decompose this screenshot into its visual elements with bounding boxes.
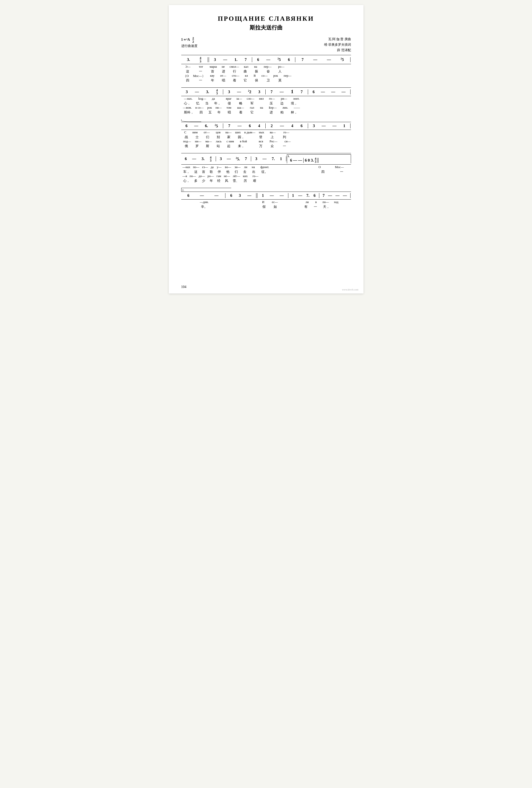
s3-measure-2: 7 — 6 4 (224, 124, 265, 128)
lyric-line-1-3: （О Мос—） кву от— сто— ял В со— рок пер— (181, 74, 351, 78)
s2-measure-2: 3 — 22 3 (224, 90, 265, 94)
tempo: 进行曲速度 (181, 44, 198, 48)
meta-row: 1＝²A 2 2 进行曲速度 瓦·阿 伽 普 庚曲 维·菲奥多罗夫填词 薛 范译… (181, 37, 351, 53)
s5-measure-5: 7 — — — (320, 193, 349, 198)
s2-lyric-3: —вом. в со— рок пя— том ша— гал на Бер— … (181, 106, 351, 111)
s5-measure-2: 6 3 — (226, 193, 255, 198)
credit-line3: 薛 范译配 (324, 47, 351, 53)
tie-arc-left (181, 119, 201, 122)
credits: 瓦·阿 伽 普 庚曲 维·菲奥多罗夫填词 薛 范译配 (324, 37, 351, 53)
s2-measure-4: 6 — — — (309, 90, 350, 94)
repeat-barline-2 (256, 193, 258, 198)
section-5: 2. 6 — — 6 3 — 1 — — (181, 188, 351, 209)
s2-measure-1: 3 — 3. 4 3 (181, 88, 222, 95)
section-5-notes: 6 — — 6 3 — 1 — — 1 — (181, 192, 351, 200)
s3-measure-4: 3 — — 1 (309, 124, 350, 128)
s4-measure-3: 3 — 7. 1 (252, 157, 286, 161)
lyric-line-1-2: 这 一 首 进 行 曲 振 奋 人 (181, 70, 351, 74)
meta-left: 1＝²A 2 2 进行曲速度 (181, 37, 198, 53)
s3-lyric-4: 俄 罗 斯 站 起 来， 万 众 一 (181, 144, 351, 149)
barline (295, 57, 295, 62)
s2-lyric-2: 心， 忆 当 年， 侵 略 军 压 边 境， (181, 101, 351, 106)
watermark: www.ktvcb.com (342, 288, 358, 291)
section-5-lyrics: —дин. И ес— ли в (181, 200, 351, 209)
s3-measure-3: 2 — 4 6 (266, 124, 307, 128)
credit-line2: 维·菲奥多罗夫填词 (324, 42, 351, 47)
section-3: 6 — 6. 25 7 — 6 4 2 — 4 6 (181, 119, 351, 149)
page-number: 104 (181, 285, 186, 289)
s5-lyric-2: 辛。 假 如 有 一 天， (181, 205, 351, 209)
section-1: 3. 4 3 3 — 1. 7 6 — 25 6 (181, 55, 351, 83)
s4-endings: 1. 6 — — 6 0 3. 4 3 (287, 154, 351, 163)
measure-1: 3 — 1. 7 (209, 57, 251, 62)
s2-lyric-4: 斯科， 四 五 年 唱 着 它 进 柏 林， (181, 111, 351, 115)
section-2: 3 — 3. 4 3 3 — 22 3 7 — 1̇ (181, 87, 351, 115)
credit-line1: 瓦·阿 伽 普 庚曲 (324, 37, 351, 42)
section-2-lyrics: —нах. kog— да враг за— сло— нял го— ри— … (181, 97, 351, 115)
s2-lyric-1: —нах. kog— да враг за— сло— нял го— ри— … (181, 97, 351, 101)
section-4: 6 — 3. 4 3 3 — 25. 7 3 — 7. (181, 153, 351, 183)
title-russian: ПРОЩАНИЕ СЛАВЯНКИ (181, 15, 351, 22)
s3-measure-1: 6 — 6. 25 (181, 124, 222, 129)
measure-3: 7 — — 25 (296, 57, 350, 62)
page: ПРОЩАНИЕ СЛАВЯНКИ 斯拉夫送行曲 1＝²A 2 2 进行曲速度 … (169, 5, 364, 294)
s4-lyric-1: —нах по— ез— да у— во— зи— ли на фронт. (181, 165, 351, 170)
s4-measure-1: 6 — 3. 4 3 (181, 156, 215, 162)
measure-0: 3. 4 3 (181, 56, 207, 63)
volta-1: 1. (288, 155, 290, 158)
section-1-lyrics: Э— тот марш не смол— кал на пер— ро— (181, 65, 351, 83)
s3-lyric-1: С ним от— цов на— ших в дым— ных ва— го— (181, 131, 351, 135)
title-chinese: 斯拉夫送行曲 (181, 24, 351, 32)
section-1-notes: 3. 4 3 3 — 1. 7 6 — 25 6 (181, 55, 351, 64)
key-sig: 1＝²A (181, 38, 190, 41)
s4-lyric-4: 心， 多 少 年 经 风 雪、 历 艰 (181, 179, 351, 183)
s2-measure-3: 7 — 1̇ 7 (266, 90, 307, 94)
repeat-barline (317, 158, 319, 163)
time-sig: 2 2 (192, 37, 194, 43)
section-3-notes: 6 — 6. 25 7 — 6 4 2 — 4 6 (181, 122, 351, 130)
lyric-line-1-1: Э— тот марш не смол— кал на пер— ро— (181, 65, 351, 70)
section-3-lyrics: С ним от— цов на— ших в дым— ных ва— го— (181, 131, 351, 149)
s4-lyric-2: 车， 这 首 歌 伴 他 们 去 出 征。 (181, 170, 351, 174)
s5-measure-3: 1 — — (258, 193, 288, 198)
barline (252, 57, 252, 62)
s3-lyric-3: под— ни— ма— лась с ним в бой вся Рос— с… (181, 140, 351, 144)
volta-2: 2. (182, 189, 184, 192)
double-barline (208, 57, 209, 62)
section-4-lyrics: —нах по— ез— да у— во— зи— ли на фронт. (181, 165, 351, 183)
section-4-notes: 6 — 3. 4 3 3 — 25. 7 3 — 7. (181, 153, 351, 164)
s5-measure-4: 1 — 7. 6 (289, 193, 319, 198)
measure-2: 6 — 25 6 (253, 57, 294, 62)
s5-measure-1: 6 — — (181, 193, 225, 198)
volta-2-bracket: 2. (181, 188, 231, 192)
s4-lyric-3: —я по— до— ро— гам не— лёг— ких го— (181, 174, 351, 179)
lyric-line-1-4: 四 一 年 唱 着 它 保 卫 莫 (181, 78, 351, 83)
section-2-notes: 3 — 3. 4 3 3 — 22 3 7 — 1̇ (181, 87, 351, 96)
s3-lyric-2: 战 士 们 别 家 园， 登 上 列 (181, 135, 351, 140)
s4-measure-2: 3 — 25. 7 (217, 157, 250, 161)
s5-lyric-1: —дин. И ес— ли в (181, 200, 351, 205)
